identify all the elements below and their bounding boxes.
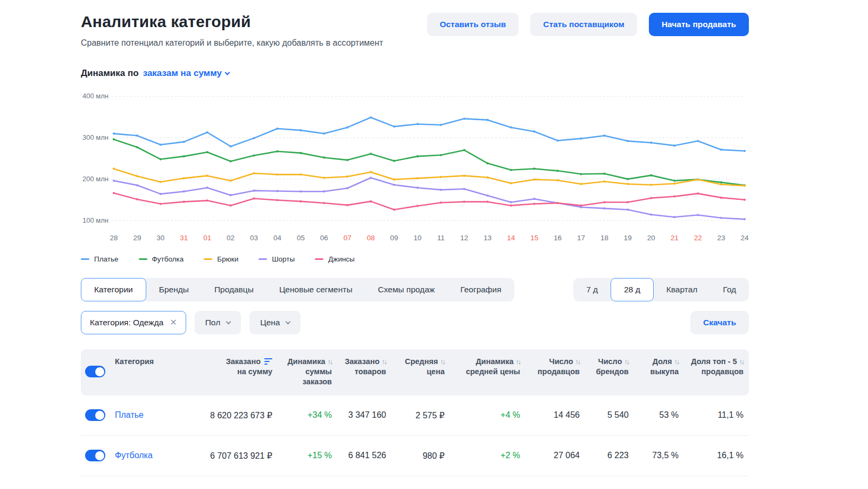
column-header-sum_dyn[interactable]: Динамика↑↓суммызаказов <box>278 357 337 387</box>
category-link[interactable]: Футболка <box>113 451 198 460</box>
column-header-avg_price[interactable]: Средняя↑↓цена <box>391 357 450 387</box>
tab-4[interactable]: Ценовые сегменты <box>266 278 365 301</box>
metric-dropdown[interactable]: заказам на сумму <box>143 68 229 79</box>
close-icon[interactable]: ✕ <box>170 318 177 327</box>
header-actions: Оставить отзыв Стать поставщиком Начать … <box>427 13 749 36</box>
x-axis-tick: 16 <box>554 234 562 242</box>
chevron-down-icon <box>225 70 230 75</box>
active-sort-icon[interactable] <box>264 358 272 366</box>
category-link[interactable]: Платье <box>113 410 198 420</box>
row-toggle[interactable] <box>85 409 105 421</box>
column-header-text: товаров <box>337 367 386 377</box>
price-filter-label: Цена <box>260 318 280 327</box>
x-axis-tick: 29 <box>133 234 141 242</box>
legend-color-dash <box>315 258 323 260</box>
column-header-sum[interactable]: Заказанона сумму <box>198 357 278 387</box>
cell-top5: 11,1 % <box>684 410 749 420</box>
cell-avg_price: 980 ₽ <box>391 451 450 461</box>
chevron-down-icon <box>286 319 291 324</box>
y-axis-tick: 100 млн <box>82 216 108 224</box>
gender-filter-dropdown[interactable]: Пол <box>195 311 241 334</box>
column-header-price_dyn[interactable]: Динамика↑↓средней цены <box>450 357 525 387</box>
controls-row: КатегорииБрендыПродавцыЦеновые сегментыС… <box>81 278 749 301</box>
price-filter-dropdown[interactable]: Цена <box>249 311 301 334</box>
select-all-toggle[interactable] <box>85 366 105 377</box>
sort-arrows-icon[interactable]: ↑↓ <box>674 358 679 366</box>
table-row: Футболка6 707 613 921 ₽+15 %6 841 526980… <box>81 436 749 476</box>
x-axis-tick: 23 <box>717 234 725 242</box>
y-axis-tick: 300 млн <box>82 133 108 141</box>
dynamics-label: Динамика по <box>81 68 139 79</box>
x-axis-tick: 18 <box>600 234 608 242</box>
x-axis-tick: 28 <box>110 234 118 242</box>
metric-dropdown-value: заказам на сумму <box>143 68 222 79</box>
sort-arrows-icon[interactable]: ↑↓ <box>328 358 332 366</box>
download-button[interactable]: Скачать <box>690 311 749 334</box>
sort-arrows-icon[interactable]: ↑↓ <box>575 358 580 366</box>
period-2[interactable]: 28 д <box>611 278 654 301</box>
category-filter-chip[interactable]: Категория: Одежда ✕ <box>81 311 186 334</box>
start-selling-button[interactable]: Начать продавать <box>649 13 749 36</box>
chart-legend: ПлатьеФутболкаБрюкиШортыДжинсы <box>81 255 749 263</box>
page-title: Аналитика категорий <box>81 13 383 31</box>
legend-item-брюки[interactable]: Брюки <box>204 255 238 263</box>
column-header-text: Заказано <box>226 357 261 366</box>
tab-5[interactable]: Схемы продаж <box>365 278 448 301</box>
sort-arrows-icon[interactable]: ↑↓ <box>382 358 387 366</box>
sort-arrows-icon[interactable]: ↑↓ <box>440 358 445 366</box>
dynamics-row: Динамика по заказам на сумму <box>81 68 749 79</box>
x-axis-tick: 15 <box>530 234 538 242</box>
legend-item-футболка[interactable]: Футболка <box>139 255 184 263</box>
column-header-text: выкупа <box>634 367 679 377</box>
x-axis-tick: 14 <box>507 234 515 242</box>
cell-sum: 8 620 223 673 ₽ <box>198 410 278 420</box>
legend-item-шорты[interactable]: Шорты <box>258 255 295 263</box>
column-header-sellers[interactable]: Число↑↓продавцов <box>525 357 585 387</box>
row-toggle[interactable] <box>85 450 105 461</box>
legend-item-джинсы[interactable]: Джинсы <box>315 255 355 263</box>
x-axis-tick: 12 <box>460 234 468 242</box>
x-axis-tick: 06 <box>320 234 328 242</box>
tab-6[interactable]: География <box>447 278 514 301</box>
period-4[interactable]: Год <box>710 278 749 301</box>
column-header-toggle <box>81 357 113 387</box>
x-axis-tick: 02 <box>227 234 235 242</box>
dynamics-chart: 100 млн200 млн300 млн400 млн282930310102… <box>81 86 749 263</box>
filters-row: Категория: Одежда ✕ Пол Цена Скачать <box>81 311 749 334</box>
sort-arrows-icon[interactable]: ↑↓ <box>516 358 521 366</box>
tab-3[interactable]: Продавцы <box>202 278 266 301</box>
tab-1[interactable]: Категории <box>81 278 146 301</box>
x-axis-tick: 08 <box>367 234 375 242</box>
cell-brands: 6 223 <box>585 451 634 460</box>
sort-arrows-icon[interactable]: ↑↓ <box>624 358 629 366</box>
x-axis-tick: 05 <box>297 234 305 242</box>
x-axis-tick: 09 <box>390 234 398 242</box>
x-axis-tick: 30 <box>156 234 164 242</box>
period-3[interactable]: Квартал <box>654 278 711 301</box>
y-axis-tick: 400 млн <box>82 92 108 100</box>
column-header-top5[interactable]: Доля топ - 5↑↓продавцов <box>684 357 749 387</box>
cell-items: 6 841 526 <box>337 451 391 460</box>
x-axis-tick: 24 <box>740 234 749 242</box>
period-1[interactable]: 7 д <box>573 278 611 301</box>
cell-buyout: 53 % <box>634 410 684 420</box>
become-supplier-button[interactable]: Стать поставщиком <box>530 13 637 36</box>
column-header-items[interactable]: Заказано↑↓товаров <box>337 357 391 387</box>
line-chart: 100 млн200 млн300 млн400 млн282930310102… <box>81 86 749 246</box>
cell-sellers: 27 064 <box>525 451 585 460</box>
legend-color-dash <box>139 258 147 260</box>
x-axis-tick: 31 <box>180 234 188 242</box>
title-block: Аналитика категорий Сравните потенциал к… <box>81 13 383 48</box>
column-header-name[interactable]: Категория <box>113 357 198 387</box>
sort-arrows-icon[interactable]: ↑↓ <box>739 358 744 366</box>
x-axis-tick: 10 <box>414 234 422 242</box>
column-header-buyout[interactable]: Доля↑↓выкупа <box>634 357 684 387</box>
table-row: Платье8 620 223 673 ₽+34 %3 347 1602 575… <box>81 395 749 436</box>
tab-2[interactable]: Бренды <box>146 278 202 301</box>
legend-item-платье[interactable]: Платье <box>81 255 119 263</box>
chevron-down-icon <box>226 319 231 324</box>
column-header-brands[interactable]: Число↑↓брендов <box>585 357 634 387</box>
feedback-button[interactable]: Оставить отзыв <box>427 13 519 36</box>
x-axis-tick: 04 <box>273 234 282 242</box>
categories-table: КатегорияЗаказанона суммуДинамика↑↓суммы… <box>81 349 749 476</box>
